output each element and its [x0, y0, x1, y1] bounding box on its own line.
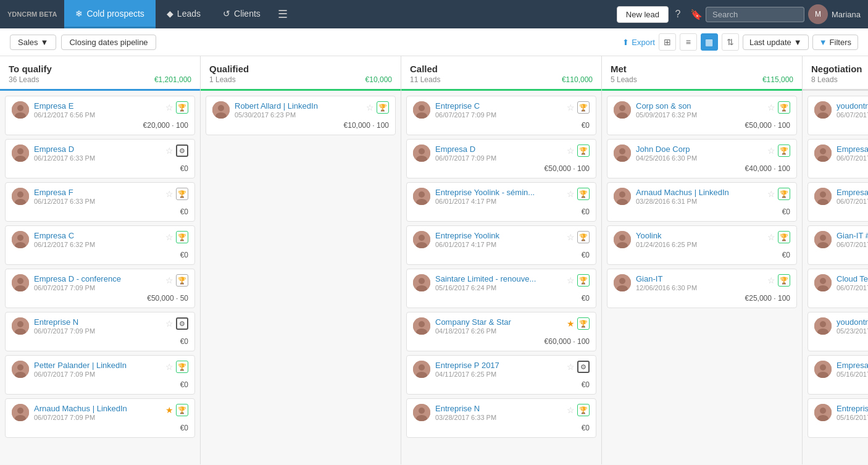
trophy-icon[interactable]: 🏆	[176, 274, 188, 287]
trophy-icon[interactable]: 🏆	[176, 361, 188, 373]
export-button[interactable]: ⬆ Export	[622, 38, 655, 47]
star-icon[interactable]: ☆	[567, 103, 575, 112]
card-avatar	[413, 274, 430, 291]
card[interactable]: Empresa D - conference 06/07/2017 7:09 P…	[5, 269, 195, 308]
trophy-icon[interactable]: 🏆	[176, 101, 188, 114]
trophy-icon[interactable]: 🏆	[176, 188, 188, 200]
card[interactable]: Entreprise N 06/07/2017 7:09 PM ☆ ⚙ €0	[5, 312, 195, 351]
card[interactable]: Entreprise Yoolink - sémin... 06/01/2017…	[406, 182, 596, 222]
star-icon[interactable]: ☆	[567, 146, 575, 156]
search-input[interactable]	[706, 7, 804, 22]
filters-button[interactable]: ▼ Filters	[812, 35, 858, 50]
trophy-icon[interactable]: ⚙	[176, 145, 188, 157]
trophy-icon[interactable]: 🏆	[778, 231, 790, 243]
star-icon[interactable]: ☆	[165, 146, 173, 156]
trophy-icon[interactable]: 🏆	[577, 145, 590, 157]
card[interactable]: Empresa F 06/12/2017 6:33 PM ☆ 🏆 €0	[5, 182, 195, 222]
star-icon[interactable]: ☆	[165, 275, 173, 285]
card[interactable]: Empresa E 06/12/2017 6:56 PM ☆ 🏆 €20,000…	[5, 96, 195, 135]
card[interactable]: Company Star & Star 04/18/2017 6:26 PM ★…	[406, 312, 596, 351]
grid-view-button[interactable]: ⊞	[659, 33, 676, 51]
card[interactable]: Arnaud Machus | LinkedIn 03/28/2016 6:31…	[607, 182, 797, 222]
card[interactable]: Gian-IT #2 06/07/2017 5:06 PM ☆ €0	[807, 225, 868, 265]
card[interactable]: Empresa D 05/16/2017 6:26 PM ☆ €0	[807, 355, 868, 395]
trophy-icon[interactable]: ⚙	[577, 361, 590, 373]
star-icon[interactable]: ☆	[567, 232, 575, 242]
card[interactable]: Corp son & son 05/09/2017 6:32 PM ☆ 🏆 €5…	[607, 96, 797, 135]
new-lead-button[interactable]: New lead	[617, 6, 669, 23]
bookmark-icon[interactable]: 🔖	[687, 5, 706, 23]
trophy-icon[interactable]: 🏆	[577, 404, 590, 416]
star-icon[interactable]: ☆	[165, 319, 173, 329]
card-avatar	[413, 231, 430, 248]
star-icon[interactable]: ☆	[165, 189, 173, 199]
trophy-icon[interactable]: ⚙	[176, 317, 188, 330]
trophy-icon[interactable]: 🏆	[577, 231, 590, 243]
hamburger-icon[interactable]: ☰	[272, 7, 294, 21]
trophy-icon[interactable]: 🏆	[778, 188, 790, 200]
last-update-dropdown[interactable]: Last update ▼	[743, 35, 809, 50]
star-icon[interactable]: ★	[567, 319, 575, 329]
leads-icon: ◆	[167, 9, 173, 19]
trophy-icon[interactable]: 🏆	[577, 101, 590, 114]
tab-clients[interactable]: ↺ Clients	[212, 0, 272, 28]
star-icon[interactable]: ☆	[567, 362, 575, 372]
star-icon[interactable]: ☆	[165, 103, 173, 112]
star-icon[interactable]: ☆	[567, 405, 575, 415]
sales-dropdown[interactable]: Sales ▼	[10, 35, 56, 50]
card-date: 06/07/2017 7:09 PM	[34, 414, 161, 421]
trophy-icon[interactable]: 🏆	[377, 101, 389, 114]
card[interactable]: Entreprise K 05/16/2017 5:37 PM ☆ €0	[807, 398, 868, 438]
sort-button[interactable]: ⇅	[722, 33, 739, 51]
trophy-icon[interactable]: 🏆	[778, 145, 790, 157]
star-icon[interactable]: ☆	[366, 103, 374, 112]
star-icon[interactable]: ☆	[767, 189, 775, 199]
pipeline-button[interactable]: Closing dates pipeline	[61, 35, 156, 50]
card[interactable]: Petter Palander | LinkedIn 06/07/2017 7:…	[5, 355, 195, 395]
star-icon[interactable]: ☆	[165, 362, 173, 372]
trophy-icon[interactable]: 🏆	[176, 231, 188, 243]
star-icon[interactable]: ☆	[767, 232, 775, 242]
help-icon[interactable]: ?	[669, 5, 687, 23]
card-name: Entreprise P 2017	[435, 361, 562, 370]
trophy-icon[interactable]: 🏆	[778, 101, 790, 114]
tab-cold-prospects[interactable]: ❄ Cold prospects	[64, 0, 155, 28]
card[interactable]: Empresa D 06/07/2017 7:09 PM ☆ 🏆 €50,000…	[406, 139, 596, 178]
trophy-icon[interactable]: 🏆	[778, 274, 790, 287]
card[interactable]: youdontneedacrm 05/23/2017 6:24 PM ☆ €0	[807, 312, 868, 351]
card[interactable]: Entreprise P 2017 04/11/2017 6:25 PM ☆ ⚙…	[406, 355, 596, 395]
card[interactable]: Entreprise Yoolink 06/01/2017 4:17 PM ☆ …	[406, 225, 596, 265]
star-icon[interactable]: ☆	[767, 275, 775, 285]
card[interactable]: Yoolink 01/24/2016 6:25 PM ☆ 🏆 €0	[607, 225, 797, 265]
card[interactable]: Gian-IT 12/06/2016 6:30 PM ☆ 🏆 €25,000 ·…	[607, 269, 797, 308]
card[interactable]: John Doe Corp 04/25/2016 6:30 PM ☆ 🏆 €40…	[607, 139, 797, 178]
card[interactable]: Empresa C 06/07/2017 5:06 PM ☆ €0	[807, 182, 868, 222]
trophy-icon[interactable]: 🏆	[577, 317, 590, 330]
tab-leads[interactable]: ◆ Leads	[156, 0, 212, 28]
svg-point-22	[17, 408, 23, 414]
star-icon[interactable]: ☆	[567, 189, 575, 199]
card[interactable]: Cloud Technology 06/07/2017 5:06 PM ☆ €0	[807, 269, 868, 308]
star-icon[interactable]: ☆	[767, 103, 775, 112]
star-icon[interactable]: ☆	[567, 275, 575, 285]
cold-prospects-icon: ❄	[75, 9, 83, 19]
trophy-icon[interactable]: 🏆	[176, 404, 188, 416]
star-icon[interactable]: ★	[165, 405, 173, 415]
star-icon[interactable]: ☆	[767, 146, 775, 156]
trophy-icon[interactable]: 🏆	[577, 274, 590, 287]
card-amount: €0	[582, 294, 590, 303]
card[interactable]: Robert Allard | LinkedIn 05/30/2017 6:23…	[206, 96, 396, 135]
svg-point-10	[17, 235, 23, 241]
trophy-icon[interactable]: 🏆	[577, 188, 590, 200]
card[interactable]: Empresa D 06/07/2017 5:06 PM ☆ €0	[807, 139, 868, 178]
card[interactable]: Empresa D 06/12/2017 6:33 PM ☆ ⚙ €0	[5, 139, 195, 178]
list-view-button[interactable]: ≡	[680, 33, 697, 51]
card[interactable]: Entreprise N 03/28/2017 6:33 PM ☆ 🏆 €0	[406, 398, 596, 438]
card[interactable]: Entreprise C 06/07/2017 7:09 PM ☆ 🏆 €0	[406, 96, 596, 135]
card[interactable]: Saintare Limited - renouve... 05/16/2017…	[406, 269, 596, 308]
star-icon[interactable]: ☆	[165, 232, 173, 242]
card[interactable]: Arnaud Machus | LinkedIn 06/07/2017 7:09…	[5, 398, 195, 438]
card[interactable]: youdontneedacrm 06/07/2017 5:06 PM ☆ €0	[807, 96, 868, 135]
kanban-view-button[interactable]: ▦	[701, 33, 718, 51]
card[interactable]: Empresa C 06/12/2017 6:32 PM ☆ 🏆 €0	[5, 225, 195, 265]
